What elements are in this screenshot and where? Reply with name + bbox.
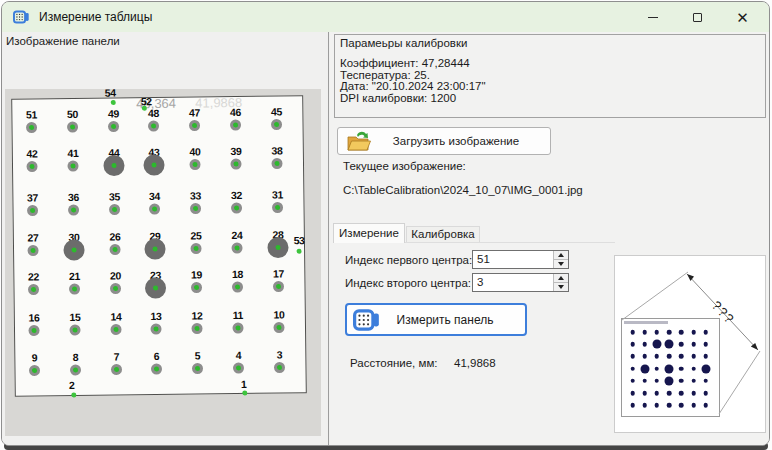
- dot-label-15: 15: [64, 311, 86, 323]
- calib-dot-14: [110, 324, 121, 335]
- dot-label-13: 13: [145, 310, 167, 322]
- minimize-button[interactable]: [630, 2, 675, 32]
- calib-dot-51: [26, 122, 37, 133]
- calib-dot-20: [110, 283, 121, 294]
- spin-down-button[interactable]: [554, 260, 568, 268]
- calib-dot-4: [233, 362, 244, 373]
- first-center-label: Индекс первого центра:: [345, 254, 472, 266]
- calib-dot-39: [230, 158, 241, 169]
- dot-label-37: 37: [21, 191, 43, 203]
- calib-dot-41: [67, 160, 78, 171]
- panel-photo: 40,364 41,9868 5150494847464542414443403…: [5, 89, 321, 436]
- dot-label-34: 34: [143, 190, 165, 202]
- calib-dot-44: [103, 155, 124, 176]
- dot-label-32: 32: [225, 189, 247, 201]
- first-center-spinner[interactable]: 51: [472, 250, 569, 269]
- calib-dot-46: [230, 119, 241, 130]
- calib-dot-42: [26, 161, 37, 172]
- calib-dot-3: [274, 362, 285, 373]
- calib-dot-27: [27, 245, 38, 256]
- spin-up-button[interactable]: [554, 274, 568, 283]
- current-image-label: Текущее изображение:: [343, 160, 466, 172]
- calibration-params-lines: Коэффициент: 47,28444 Теспература: 25. Д…: [340, 58, 486, 104]
- calib-dot-11: [232, 322, 243, 333]
- distance-label: Расстояние, мм:: [350, 357, 438, 369]
- dot-label-41: 41: [62, 147, 84, 159]
- calib-dot-40: [189, 159, 200, 170]
- dot-label-6: 6: [145, 350, 167, 362]
- second-center-spinner[interactable]: 3: [472, 273, 569, 292]
- tab-calibration[interactable]: Калибровка: [406, 226, 480, 243]
- dot-label-22: 22: [22, 270, 44, 282]
- dot-label-11: 11: [227, 309, 249, 321]
- param-dpi: DPI калибровки: 1200: [340, 93, 486, 105]
- edge-dot-1: [242, 390, 247, 395]
- dot-label-14: 14: [105, 310, 127, 322]
- distance-value: 41,9868: [454, 357, 496, 369]
- dot-label-19: 19: [185, 268, 207, 280]
- dot-label-26: 26: [104, 230, 126, 242]
- calib-dot-25: [190, 243, 201, 254]
- calib-dot-18: [232, 281, 243, 292]
- dot-label-50: 50: [61, 108, 83, 120]
- calib-dot-38: [271, 158, 282, 169]
- edge-dot-2: [71, 393, 76, 398]
- dot-label-42: 42: [21, 147, 43, 159]
- dot-label-45: 45: [265, 105, 287, 117]
- calib-dot-23: [145, 277, 166, 298]
- spin-down-button[interactable]: [554, 283, 568, 291]
- param-coefficient: Коэффициент: 47,28444: [340, 58, 486, 70]
- tab-measure[interactable]: Измерение: [333, 223, 405, 243]
- calib-dot-29: [144, 238, 165, 259]
- dot-label-47: 47: [183, 106, 205, 118]
- spin-up-button[interactable]: [554, 251, 568, 260]
- minimize-icon: [648, 17, 658, 18]
- first-center-value: 51: [473, 251, 553, 268]
- calib-dot-13: [150, 323, 161, 334]
- load-image-button-label: Загрузить изображение: [372, 135, 540, 147]
- close-button[interactable]: ✕: [720, 2, 765, 32]
- calib-dot-33: [190, 203, 201, 214]
- calib-dot-5: [192, 363, 203, 374]
- calib-dot-30: [63, 239, 84, 260]
- dot-label-3: 3: [268, 348, 290, 360]
- current-image-path: C:\TableCalibration\2024_10_07\IMG_0001.…: [343, 184, 583, 196]
- calib-dot-32: [231, 202, 242, 213]
- first-center-spin-buttons: [553, 251, 568, 268]
- dot-label-40: 40: [184, 145, 206, 157]
- maximize-button[interactable]: [675, 2, 720, 32]
- image-panel-label: Изображение панели: [6, 35, 120, 47]
- dot-label-20: 20: [104, 269, 126, 281]
- calib-dot-26: [109, 244, 120, 255]
- calib-dot-17: [273, 281, 284, 292]
- calib-dot-19: [191, 282, 202, 293]
- dot-label-27: 27: [22, 231, 44, 243]
- calibration-params-title: Парамеьры калибровки: [340, 37, 467, 49]
- calib-dot-43: [143, 154, 164, 175]
- screen: Измерение таблицы ✕ Изображение панели 4…: [0, 0, 772, 450]
- calib-dot-35: [109, 204, 120, 215]
- measure-panel-button[interactable]: Измерить панель: [345, 303, 527, 336]
- calib-dot-15: [69, 324, 80, 335]
- dot-label-24: 24: [226, 229, 248, 241]
- dot-label-8: 8: [64, 351, 86, 363]
- measure-panel-icon: [353, 308, 381, 332]
- dot-label-36: 36: [62, 191, 84, 203]
- measurement-schematic: ???: [614, 255, 766, 433]
- app-icon: [13, 9, 30, 25]
- edge-dot-54: [111, 100, 116, 105]
- edge-dot-label-53: 53: [288, 234, 310, 246]
- calib-dot-49: [108, 121, 119, 132]
- close-icon: ✕: [736, 10, 749, 25]
- window-title: Измерение таблицы: [39, 10, 152, 24]
- dot-label-49: 49: [102, 107, 124, 119]
- calib-dot-22: [28, 284, 39, 295]
- dimension-annotation: ???: [615, 256, 767, 434]
- calib-dot-31: [272, 202, 283, 213]
- second-center-value: 3: [473, 274, 553, 291]
- load-image-button[interactable]: Загрузить изображение: [337, 127, 551, 155]
- dot-label-9: 9: [23, 351, 45, 363]
- app-window: Измерение таблицы ✕ Изображение панели 4…: [1, 1, 770, 446]
- calib-dot-34: [149, 203, 160, 214]
- calib-dot-45: [271, 119, 282, 130]
